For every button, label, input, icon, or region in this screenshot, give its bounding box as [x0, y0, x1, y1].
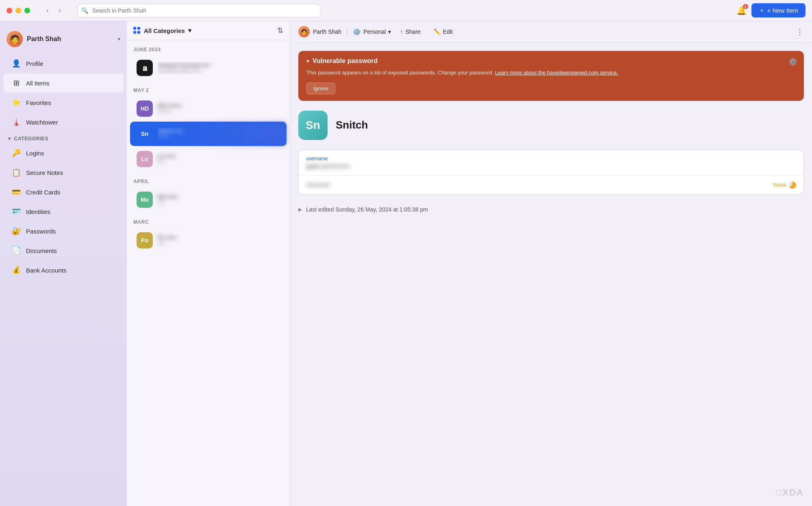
- item-title: Amazon Account ••••: [158, 62, 280, 68]
- documents-icon: 📄: [11, 246, 21, 255]
- warning-header: ▾ Vulnerable password: [306, 57, 796, 65]
- chevron-down-icon: ▾: [188, 27, 191, 34]
- sidebar-item-all-items[interactable]: ⊞ All Items: [3, 74, 124, 92]
- list-item[interactable]: Po Po ••••• ••••: [130, 228, 287, 253]
- back-button[interactable]: ‹: [43, 4, 52, 16]
- app-name: Snitch: [336, 119, 368, 131]
- plus-icon: ＋: [759, 7, 765, 14]
- right-content: ▾ Vulnerable password This password appe…: [290, 43, 812, 506]
- sidebar-item-profile[interactable]: 👤 Profile: [3, 54, 124, 73]
- search-bar-wrapper: 🔍: [77, 4, 321, 17]
- edit-button[interactable]: ✏️ Edit: [430, 26, 457, 37]
- sidebar-item-documents[interactable]: 📄 Documents: [3, 241, 124, 260]
- category-dropdown[interactable]: All Categories ▾: [133, 27, 191, 34]
- app-large-icon: Sn: [298, 111, 328, 140]
- middle-toolbar: All Categories ▾ ⇅: [127, 21, 290, 40]
- share-icon: ↑: [400, 28, 403, 35]
- sidebar-item-label: Passwords: [26, 228, 56, 235]
- username-row: username parth.UX7•••••••••: [299, 150, 803, 176]
- all-items-icon: ⊞: [11, 79, 21, 87]
- item-icon: Sn: [137, 126, 153, 142]
- sidebar-item-logins[interactable]: 🔑 Logins: [3, 144, 124, 162]
- sidebar-item-label: Favorites: [26, 99, 51, 106]
- forward-button[interactable]: ›: [55, 4, 64, 16]
- minimize-button[interactable]: [15, 8, 21, 13]
- sidebar-item-label: All Items: [26, 80, 50, 87]
- separator: |: [346, 28, 348, 35]
- sidebar-item-label: Logins: [26, 150, 44, 157]
- user-name: Parth Shah: [27, 35, 114, 43]
- settings-icon[interactable]: ⚙️: [788, 57, 797, 66]
- search-input[interactable]: [77, 4, 321, 17]
- credit-card-icon: 💳: [11, 188, 21, 196]
- more-options-button[interactable]: ⋮: [796, 27, 804, 37]
- sidebar-item-identities[interactable]: 🪪 Identities: [3, 202, 124, 221]
- item-icon: 𝐚: [137, 60, 153, 76]
- category-label: All Categories: [144, 27, 185, 34]
- bank-icon: 💰: [11, 266, 21, 275]
- sort-button[interactable]: ⇅: [277, 26, 283, 35]
- username-label: username: [306, 156, 796, 161]
- list-item[interactable]: 𝐚 Amazon Account •••• user@example.com: [130, 56, 287, 80]
- nav-buttons: ‹ ›: [43, 4, 64, 16]
- new-item-label: + New Item: [767, 7, 798, 14]
- avatar-emoji: 🧑: [10, 34, 20, 44]
- item-title: Snitch ••••: [158, 128, 280, 134]
- sidebar-item-credit-cards[interactable]: 💳 Credit Cards: [3, 183, 124, 201]
- gear-icon: ⚙️: [353, 28, 361, 36]
- app-icon-letters: Sn: [306, 119, 320, 132]
- weak-label: Weak: [773, 182, 786, 188]
- date-header-may: MAY 2: [127, 81, 290, 96]
- chevron-down-icon: ▾: [118, 36, 120, 42]
- new-item-button[interactable]: ＋ + New Item: [751, 3, 805, 17]
- list-item[interactable]: Lo Lo ••••• ••••: [130, 147, 287, 171]
- categories-header[interactable]: ▾ CATEGORIES: [0, 132, 127, 143]
- item-subtitle: ••••••••: [158, 109, 280, 115]
- ignore-button[interactable]: Ignore: [306, 83, 335, 94]
- vault-dropdown[interactable]: ⚙️ Personal ▾: [353, 28, 391, 36]
- passwords-icon: 🔐: [11, 227, 21, 236]
- middle-panel: All Categories ▾ ⇅ JUNE 2024 𝐚 Amazon Ac…: [127, 21, 290, 506]
- warning-title: Vulnerable password: [313, 57, 378, 65]
- all-categories-icon: [133, 27, 141, 34]
- logins-icon: 🔑: [11, 148, 21, 157]
- list-item[interactable]: HD HD ••••••• ••••••••: [130, 96, 287, 121]
- list-item-snitch[interactable]: Sn Snitch •••• ••••••: [130, 122, 287, 146]
- item-title: Lo •••••: [158, 153, 280, 159]
- sidebar-item-bank-accounts[interactable]: 💰 Bank Accounts: [3, 261, 124, 279]
- app-detail-header: Sn Snitch: [298, 111, 804, 140]
- search-icon: 🔍: [81, 7, 88, 14]
- close-button[interactable]: [7, 8, 12, 13]
- edit-label: Edit: [443, 28, 453, 35]
- sidebar-item-label: Identities: [26, 208, 50, 215]
- watchtower-icon: 🗼: [11, 118, 21, 126]
- collapse-icon: ▾: [8, 136, 11, 142]
- item-subtitle: ••••: [158, 200, 280, 206]
- date-header-april: APRIL: [127, 172, 290, 187]
- sidebar-item-label: Credit Cards: [26, 189, 60, 196]
- sidebar-item-secure-notes[interactable]: 📋 Secure Notes: [3, 163, 124, 182]
- avatar: 🧑: [7, 31, 23, 47]
- strength-indicator: [789, 181, 796, 189]
- item-icon: Po: [137, 232, 153, 249]
- share-button[interactable]: ↑ Share: [396, 26, 424, 37]
- warning-chevron-icon[interactable]: ▾: [306, 58, 309, 64]
- sidebar-item-label: Documents: [26, 247, 57, 254]
- sidebar-item-passwords[interactable]: 🔐 Passwords: [3, 222, 124, 240]
- account-name: Parth Shah: [313, 28, 341, 35]
- categories-label: CATEGORIES: [14, 136, 48, 142]
- sidebar-item-watchtower[interactable]: 🗼 Watchtower: [3, 113, 124, 131]
- item-title: Mo •••••: [158, 194, 280, 200]
- last-edited[interactable]: ▶ Last edited Sunday, 26 May, 2024 at 1:…: [298, 203, 804, 216]
- item-text: Lo ••••• ••••: [158, 153, 280, 165]
- warning-link[interactable]: Learn more about the haveibeenpwned.com …: [495, 70, 618, 76]
- password-value: ••••••••••••: [306, 182, 330, 188]
- list-item[interactable]: Mo Mo ••••• ••••: [130, 188, 287, 212]
- items-list: JUNE 2024 𝐚 Amazon Account •••• user@exa…: [127, 40, 290, 506]
- notification-button[interactable]: 🔔 2: [736, 6, 747, 15]
- maximize-button[interactable]: [24, 8, 30, 13]
- item-text: Snitch •••• ••••••: [158, 128, 280, 140]
- sidebar-item-favorites[interactable]: ⭐ Favorites: [3, 93, 124, 112]
- user-section[interactable]: 🧑 Parth Shah ▾: [0, 28, 127, 54]
- item-title: HD •••••••: [158, 103, 280, 109]
